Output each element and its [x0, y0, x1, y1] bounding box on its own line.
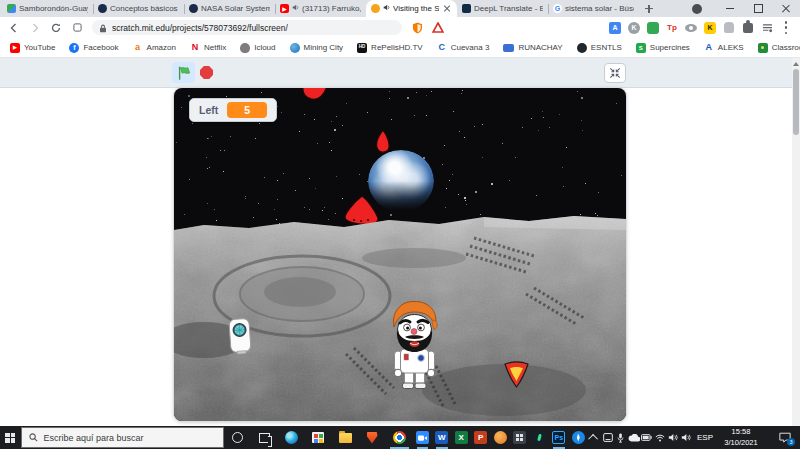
kaspersky-extension-icon[interactable]: K — [704, 22, 716, 34]
tray-expand-button[interactable] — [588, 426, 601, 449]
tab-deepl[interactable]: DeepL Translate - El m... — [457, 0, 548, 17]
bookmark-supercines[interactable]: SSupercines — [636, 43, 690, 53]
time-text: 15:58 — [732, 427, 751, 437]
scratch-stage-header — [0, 58, 800, 88]
bookmark-cuevana[interactable]: CCuevana 3 — [437, 43, 490, 53]
bookmark-netflix[interactable]: NNetflix — [190, 43, 226, 53]
file-explorer-app[interactable] — [332, 426, 359, 449]
photoshop-app[interactable]: Ps — [549, 426, 569, 449]
tablet-mode-button[interactable] — [601, 426, 614, 449]
bookmark-repelis[interactable]: HDRePelisHD.TV — [357, 43, 423, 53]
gray-k-extension-icon[interactable]: K — [628, 22, 640, 34]
onedrive-tray-button[interactable] — [627, 426, 640, 449]
tab-youtube-farruko[interactable]: ▶ (31713) Farruko, B... — [275, 0, 366, 17]
shield-extension-icon[interactable] — [411, 22, 423, 34]
bookmark-amazon[interactable]: aAmazon — [133, 43, 176, 53]
url-text: scratch.mit.edu/projects/578073692/fulls… — [112, 23, 288, 33]
brave-app[interactable] — [359, 426, 386, 449]
date-text: 3/10/2021 — [724, 438, 757, 448]
stage-area: Left 5 — [0, 88, 800, 426]
tab-audio-icon — [383, 4, 390, 13]
back-icon[interactable] — [8, 22, 20, 34]
address-bar[interactable]: scratch.mit.edu/projects/578073692/fulls… — [92, 20, 402, 35]
language-indicator[interactable]: ESP — [692, 433, 718, 442]
windows-taskbar: Escribe aquí para buscar W X P Ps ESP 15… — [0, 426, 800, 449]
page-scrollbar[interactable] — [792, 58, 800, 426]
tab-nasa[interactable]: NASA Solar System Tr... — [184, 0, 275, 17]
tab-google-search[interactable]: G sistema solar - Búsqu... — [548, 0, 639, 17]
bookmark-facebook[interactable]: fFacebook — [69, 43, 118, 53]
translate-extension-icon[interactable]: A — [609, 22, 621, 34]
task-view-button[interactable] — [251, 426, 278, 449]
taskbar-search-input[interactable]: Escribe aquí para buscar — [21, 427, 224, 448]
edge-app[interactable] — [278, 426, 305, 449]
green-flag-icon — [177, 66, 191, 80]
battery-tray-button[interactable] — [640, 426, 653, 449]
calculator-icon — [513, 431, 526, 444]
close-button[interactable] — [772, 0, 800, 17]
hd-icon: HD — [357, 43, 367, 53]
media-playlist-icon[interactable] — [761, 22, 773, 34]
network-tray-button[interactable] — [653, 426, 666, 449]
side-panel-icon[interactable] — [71, 22, 83, 34]
bookmark-youtube[interactable]: ▶YouTube — [10, 43, 55, 53]
bookmark-classroom[interactable]: Classroom — [758, 43, 800, 53]
new-tab-button[interactable] — [639, 0, 659, 17]
exit-fullscreen-button[interactable] — [604, 63, 626, 83]
bookmark-label: Facebook — [83, 43, 118, 52]
start-button[interactable] — [0, 426, 21, 449]
speaker-icon — [668, 433, 678, 442]
bookmark-mining-city[interactable]: Mining City — [290, 43, 344, 53]
chrome-app[interactable] — [386, 426, 413, 449]
aleks-icon: A — [704, 43, 714, 53]
maximize-button[interactable] — [744, 0, 772, 17]
tab-samborondon[interactable]: Samborondón-Guaya... — [2, 0, 93, 17]
tab-title: sistema solar - Búsqu... — [565, 4, 634, 13]
cortana-button[interactable] — [224, 426, 251, 449]
bookmark-icloud[interactable]: Icloud — [240, 43, 275, 53]
action-center-button[interactable]: 3 — [770, 426, 800, 449]
powerpoint-app[interactable]: P — [471, 426, 491, 449]
excel-app[interactable]: X — [452, 426, 472, 449]
minimize-button[interactable] — [716, 0, 744, 17]
volume2-tray-button[interactable] — [679, 426, 692, 449]
scratch-stage[interactable]: Left 5 — [174, 88, 626, 421]
taskbar-clock[interactable]: 15:58 3/10/2021 — [718, 427, 764, 447]
tab-conceptos[interactable]: Conceptos básicos del — [93, 0, 184, 17]
tab-title: Visiting the Spa... — [393, 4, 439, 13]
store-app[interactable] — [305, 426, 332, 449]
dark-media-app[interactable] — [530, 426, 550, 449]
hand-extension-icon[interactable] — [723, 22, 735, 34]
tab-close-icon[interactable] — [442, 4, 452, 14]
dark-circle-icon — [577, 43, 587, 53]
tab-title: Samborondón-Guaya... — [19, 4, 88, 13]
green-extension-icon[interactable] — [647, 22, 659, 34]
profile-avatar[interactable] — [692, 4, 702, 14]
character-app[interactable] — [491, 426, 511, 449]
word-app[interactable]: W — [432, 426, 452, 449]
volume-tray-button[interactable] — [666, 426, 679, 449]
wifi-icon — [655, 434, 665, 442]
zoom-app[interactable] — [413, 426, 433, 449]
stop-button[interactable] — [200, 66, 213, 79]
astronaut-sprite[interactable] — [388, 299, 441, 390]
scrollbar-thumb[interactable] — [793, 69, 799, 135]
bookmark-aleks[interactable]: AALEKS — [704, 43, 744, 53]
scrollbar-up-arrow-icon[interactable] — [793, 62, 799, 66]
compass-browser-app[interactable] — [569, 426, 589, 449]
triangle-extension-icon[interactable] — [432, 22, 444, 34]
extensions-puzzle-icon[interactable] — [742, 22, 754, 34]
calculator-app[interactable] — [510, 426, 530, 449]
reload-icon[interactable] — [50, 22, 62, 34]
green-flag-button[interactable] — [172, 62, 195, 83]
forward-icon[interactable] — [29, 22, 41, 34]
store-icon — [312, 432, 324, 443]
tab-scratch-active[interactable]: Visiting the Spa... — [366, 0, 457, 17]
bookmark-label: Supercines — [650, 43, 690, 52]
bookmark-esntls[interactable]: ESNTLS — [577, 43, 622, 53]
eye-extension-icon[interactable] — [685, 22, 697, 34]
browser-menu-icon[interactable] — [780, 22, 792, 34]
bookmark-runachay[interactable]: RUNACHAY — [503, 43, 562, 52]
microphone-tray-button[interactable] — [614, 426, 627, 449]
tampermonkey-extension-icon[interactable]: Tp — [666, 22, 678, 34]
